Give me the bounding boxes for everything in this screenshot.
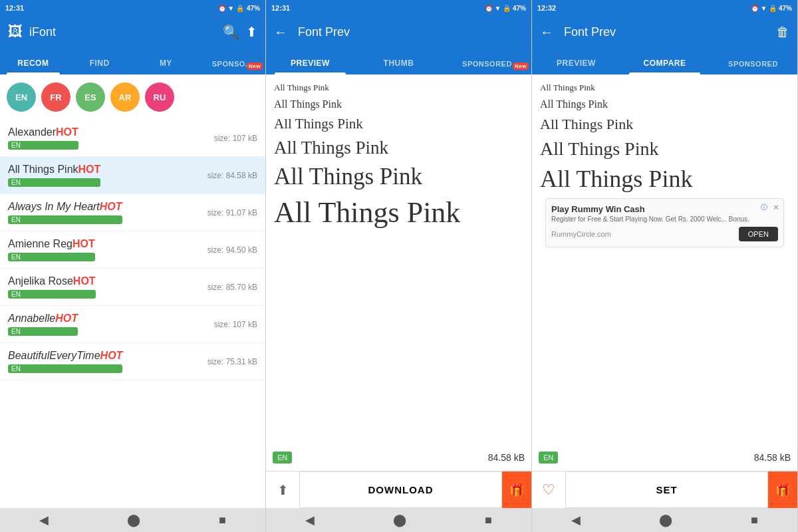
nav-bar-3: ◀ ⬤ ■: [532, 508, 797, 532]
ad-text: Register for Free & Start Playing Now. G…: [551, 215, 778, 223]
lang-ru[interactable]: RU: [145, 82, 174, 112]
back-icon-2[interactable]: ←: [274, 25, 287, 40]
lang-en[interactable]: EN: [7, 82, 36, 112]
gift-button-3[interactable]: 🎁: [768, 471, 797, 508]
font-item-amiennereg[interactable]: Amienne RegHOT EN size: 94.50 kB: [0, 231, 265, 269]
font-item-alwaysinmyheart[interactable]: Always In My HeartHOT EN size: 91.07 kB: [0, 194, 265, 231]
share-icon[interactable]: ⬆: [246, 24, 257, 40]
tab-find[interactable]: FIND: [66, 59, 133, 74]
share-button-2[interactable]: ⬆: [266, 471, 299, 508]
compare-text-4: All Things Pink: [540, 138, 789, 160]
bottom-lang-3: EN: [539, 452, 558, 464]
preview-text-4: All Things Pink: [274, 138, 523, 158]
tab-compare-3[interactable]: COMPARE: [620, 59, 709, 74]
app-bar-1: 🖼 iFont 🔍 ⬆: [0, 16, 265, 48]
status-bar-2: 12:31 ⏰ ▼ 🔒 47%: [266, 0, 531, 16]
heart-button[interactable]: ♡: [532, 471, 565, 508]
tab-preview-3[interactable]: PREVIEW: [532, 59, 620, 74]
ad-info-icon: ⓘ: [761, 203, 767, 212]
lang-ar[interactable]: AR: [110, 82, 140, 112]
tab-sponsored-3[interactable]: SPONSORED: [709, 60, 797, 74]
preview-text-1: All Things Pink: [274, 82, 523, 93]
panel-fontprev-compare: 12:32 ⏰ ▼ 🔒 47% ← Font Prev 🗑 PREVIEW CO…: [532, 0, 798, 532]
tab-sponsored-2[interactable]: SPONSORED New: [443, 60, 531, 74]
ad-open-button[interactable]: OPEN: [739, 227, 778, 241]
tab-recom[interactable]: RECOM: [0, 59, 66, 74]
home-button-3[interactable]: ⬤: [659, 513, 672, 527]
preview-content-3: All Things Pink All Things Pink All Thin…: [532, 74, 797, 444]
app-title-2: Font Prev: [298, 25, 517, 39]
ad-close-icon[interactable]: ✕: [773, 203, 779, 212]
status-icons-1: ⏰ ▼ 🔒 47%: [218, 5, 260, 12]
home-button-2[interactable]: ⬤: [393, 513, 406, 527]
time-1: 12:31: [5, 4, 24, 12]
bottom-actions-2: ⬆ DOWNLOAD 🎁: [266, 471, 531, 508]
trash-icon-3[interactable]: 🗑: [776, 25, 789, 40]
status-bar-1: 12:31 ⏰ ▼ 🔒 47%: [0, 0, 265, 16]
preview-text-3: All Things Pink: [274, 116, 523, 132]
time-3: 12:32: [537, 4, 556, 12]
app-logo-icon: 🖼: [8, 23, 23, 41]
back-button-2[interactable]: ◀: [305, 513, 315, 527]
download-button[interactable]: DOWNLOAD: [299, 471, 502, 508]
recents-button-2[interactable]: ■: [485, 513, 492, 527]
nav-bar-1: ◀ ⬤ ■: [0, 508, 265, 532]
tab-thumb-2[interactable]: THUMB: [354, 59, 443, 74]
search-icon[interactable]: 🔍: [223, 24, 239, 40]
panel-fontprev-preview: 12:31 ⏰ ▼ 🔒 47% ← Font Prev PREVIEW THUM…: [266, 0, 532, 532]
gift-button-2[interactable]: 🎁: [502, 471, 531, 508]
preview-text-6: All Things Pink: [274, 196, 523, 229]
back-button-3[interactable]: ◀: [571, 513, 581, 527]
back-icon-3[interactable]: ←: [540, 25, 553, 40]
app-title-3: Font Prev: [564, 25, 769, 39]
preview-content-2: All Things Pink All Things Pink All Thin…: [266, 74, 531, 444]
lang-es[interactable]: ES: [76, 82, 105, 112]
preview-text-2: All Things Pink: [274, 98, 523, 110]
bottom-size-3: 84.58 kB: [680, 452, 791, 463]
compare-text-3: All Things Pink: [540, 116, 789, 133]
font-item-alexander[interactable]: AlexanderHOT EN size: 107 kB: [0, 120, 265, 157]
bottom-lang-2: EN: [273, 452, 292, 464]
bottom-info-3: EN 84.58 kB: [532, 444, 797, 471]
compare-text-2: All Things Pink: [540, 98, 789, 110]
recents-button-1[interactable]: ■: [219, 513, 226, 527]
new-badge-sponsored: New: [247, 63, 263, 70]
app-bar-2: ← Font Prev: [266, 16, 531, 48]
font-item-allthingspink[interactable]: All Things PinkHOT EN size: 84.58 kB: [0, 157, 265, 194]
bottom-actions-3: ♡ SET 🎁: [532, 471, 797, 508]
tab-preview-2[interactable]: PREVIEW: [266, 59, 354, 74]
compare-text-1: All Things Pink: [540, 82, 789, 93]
nav-bar-2: ◀ ⬤ ■: [266, 508, 531, 532]
ad-actions: RummyCircle.com OPEN: [551, 227, 778, 241]
home-button-1[interactable]: ⬤: [127, 513, 140, 527]
nav-tabs-2: PREVIEW THUMB SPONSORED New: [266, 48, 531, 74]
ad-banner: ✕ ⓘ Play Rummy Win Cash Register for Fre…: [545, 198, 784, 247]
font-item-anjelikarose[interactable]: Anjelika RoseHOT EN size: 85.70 kB: [0, 269, 265, 306]
ad-title: Play Rummy Win Cash: [551, 204, 778, 214]
recents-button-3[interactable]: ■: [751, 513, 758, 527]
nav-tabs-3: PREVIEW COMPARE SPONSORED: [532, 48, 797, 74]
tab-sponsored[interactable]: SPONSO... New: [199, 60, 265, 74]
time-2: 12:31: [271, 4, 290, 12]
back-button-1[interactable]: ◀: [39, 513, 49, 527]
app-bar-3: ← Font Prev 🗑: [532, 16, 797, 48]
bottom-info-2: EN 84.58 kB: [266, 444, 531, 471]
lang-fr[interactable]: FR: [41, 82, 70, 112]
preview-text-5: All Things Pink: [274, 164, 523, 190]
nav-tabs-1: RECOM FIND MY SPONSO... New: [0, 48, 265, 74]
new-badge-2: New: [513, 63, 529, 70]
app-title-1: iFont: [29, 25, 216, 39]
panel-ifont: 12:31 ⏰ ▼ 🔒 47% 🖼 iFont 🔍 ⬆ RECOM FIND M…: [0, 0, 266, 532]
font-item-annabelle[interactable]: AnnabelleHOT EN size: 107 kB: [0, 306, 265, 343]
ad-url: RummyCircle.com: [551, 230, 611, 238]
status-bar-3: 12:32 ⏰ ▼ 🔒 47%: [532, 0, 797, 16]
set-button[interactable]: SET: [565, 471, 768, 508]
font-item-beautifuleverytime[interactable]: BeautifulEveryTimeHOT EN size: 75.31 kB: [0, 343, 265, 380]
bottom-size-2: 84.58 kB: [414, 452, 525, 463]
lang-circles: EN FR ES AR RU: [0, 74, 265, 120]
font-list: AlexanderHOT EN size: 107 kB All Things …: [0, 120, 265, 508]
tab-my[interactable]: MY: [133, 59, 200, 74]
compare-text-5: All Things Pink: [540, 165, 789, 193]
